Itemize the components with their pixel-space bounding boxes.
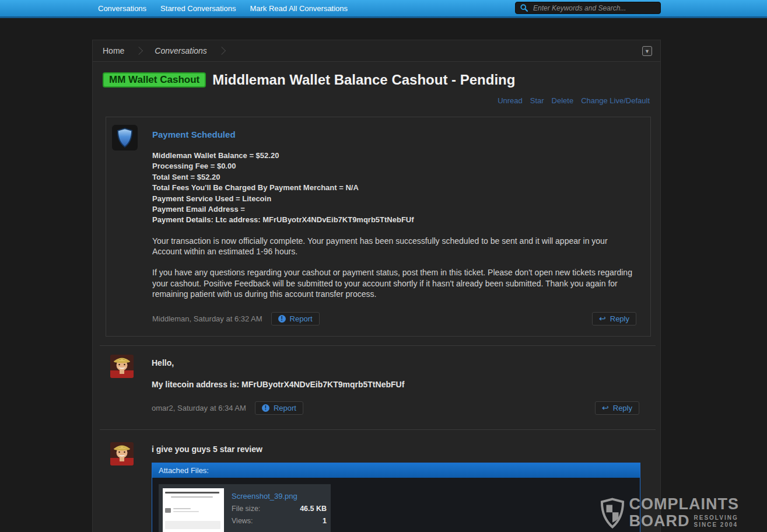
report-info-icon: ! <box>262 404 269 412</box>
reply-button[interactable]: ↩ Reply <box>592 312 636 326</box>
reply-label: Reply <box>613 404 632 412</box>
payment-line: Total Sent = $52.20 <box>152 172 638 183</box>
thread-title: Middleman Wallet Balance Cashout - Pendi… <box>212 72 515 88</box>
action-delete[interactable]: Delete <box>552 96 574 105</box>
reply-arrow-icon: ↩ <box>602 404 609 412</box>
thread-prefix-badge[interactable]: MM Wallet Cashout <box>103 72 206 88</box>
payment-line: Processing Fee = $0.00 <box>152 161 638 172</box>
action-unread[interactable]: Unread <box>498 96 523 105</box>
report-info-icon: ! <box>278 315 286 323</box>
main-container: Home Conversations ▼ MM Wallet Cashout M… <box>92 40 661 532</box>
payment-line: Total Fees You'll Be Charged By Payment … <box>152 183 638 193</box>
breadcrumb-conversations[interactable]: Conversations <box>155 46 207 55</box>
breadcrumb-home[interactable]: Home <box>103 46 124 55</box>
reply-label: Reply <box>610 314 629 323</box>
chevron-right-icon <box>135 47 143 55</box>
attachment-thumbnail[interactable] <box>163 488 224 532</box>
action-change-live-default[interactable]: Change Live/Default <box>581 96 650 105</box>
message-paragraph: If you have any questions regarding your… <box>152 267 638 300</box>
attachment-file-link[interactable]: Screenshot_39.png <box>232 492 327 501</box>
message-paragraph: Your transaction is now officially compl… <box>152 236 638 257</box>
message-meta: Middleman, Saturday at 6:32 AM <box>152 314 262 323</box>
thread-title-row: MM Wallet Cashout Middleman Wallet Balan… <box>103 72 660 88</box>
attachment-views-row: Views: 1 <box>232 517 327 525</box>
payment-line: Middleman Wallet Balance = $52.20 <box>152 150 638 161</box>
report-label: Report <box>274 404 296 412</box>
message-line: My litecoin address is: MFrUByotrX4NDvEi… <box>152 380 640 389</box>
reply-button[interactable]: ↩ Reply <box>595 401 639 415</box>
attachment-card: Screenshot_39.png File size: 46.5 KB Vie… <box>159 484 331 532</box>
message-middleman: Payment Scheduled Middleman Wallet Balan… <box>106 117 651 337</box>
views-value: 1 <box>323 517 327 525</box>
nav-item-starred-conversations[interactable]: Starred Conversations <box>160 4 236 13</box>
message-omar2: Hello, My litecoin address is: MFrUByotr… <box>93 346 660 421</box>
message-footer: Middleman, Saturday at 6:32 AM ! Report … <box>152 312 638 326</box>
report-button[interactable]: ! Report <box>271 312 320 326</box>
watermark-tagline-1: RESOLVING <box>694 514 738 521</box>
payment-line: Payment Details: Ltc address: MFrUByotrX… <box>152 215 638 225</box>
search-box[interactable] <box>515 2 661 14</box>
nav-item-mark-read-all[interactable]: Mark Read All Conversations <box>250 4 348 13</box>
filesize-value: 46.5 KB <box>300 505 327 513</box>
anime-avatar-icon <box>110 442 134 466</box>
attachment-filesize-row: File size: 46.5 KB <box>232 505 327 513</box>
attachment-details: Screenshot_39.png File size: 46.5 KB Vie… <box>232 488 327 532</box>
message-omar2-review: i give you guys 5 star review Attached F… <box>93 430 660 532</box>
search-input[interactable] <box>532 4 656 13</box>
message-body: Payment Scheduled Middleman Wallet Balan… <box>152 124 638 326</box>
payment-line: Payment Email Address = <box>152 204 638 215</box>
payment-status-heading: Payment Scheduled <box>152 130 638 139</box>
attached-files-panel: Attached Files: Screen <box>152 463 640 532</box>
message-footer: omar2, Saturday at 6:34 AM ! Report ↩ Re… <box>152 401 640 415</box>
message-line: i give you guys 5 star review <box>152 444 640 454</box>
action-star[interactable]: Star <box>530 96 544 105</box>
message-line: Hello, <box>152 358 640 368</box>
nav-links: Conversations Starred Conversations Mark… <box>98 4 348 13</box>
top-nav-bar: Conversations Starred Conversations Mark… <box>0 0 767 18</box>
thread-actions: Unread Star Delete Change Live/Default <box>93 96 650 105</box>
message-body: Hello, My litecoin address is: MFrUByotr… <box>152 355 640 421</box>
message-meta: omar2, Saturday at 6:34 AM <box>152 404 246 412</box>
filesize-label: File size: <box>232 505 260 513</box>
breadcrumb: Home Conversations ▼ <box>93 40 660 62</box>
message-body: i give you guys 5 star review Attached F… <box>152 442 640 532</box>
attached-files-body: Screenshot_39.png File size: 46.5 KB Vie… <box>152 478 640 532</box>
nav-item-conversations[interactable]: Conversations <box>98 4 146 13</box>
report-button[interactable]: ! Report <box>255 401 303 415</box>
watermark-tagline: RESOLVING SINCE 2004 <box>694 514 738 528</box>
search-icon[interactable] <box>520 4 528 12</box>
chevron-right-icon <box>218 47 226 55</box>
avatar-omar2[interactable] <box>110 442 134 466</box>
quick-navigation-icon[interactable]: ▼ <box>642 46 652 56</box>
watermark-tagline-2: SINCE 2004 <box>694 522 738 528</box>
attached-files-header: Attached Files: <box>152 463 640 478</box>
shield-icon <box>116 128 134 148</box>
avatar-omar2[interactable] <box>110 355 134 378</box>
avatar-middleman[interactable] <box>112 125 138 150</box>
reply-arrow-icon: ↩ <box>599 314 606 323</box>
payment-details: Middleman Wallet Balance = $52.20 Proces… <box>152 150 638 226</box>
payment-line: Payment Service Used = Litecoin <box>152 194 638 204</box>
anime-avatar-icon <box>110 355 134 378</box>
views-label: Views: <box>232 517 253 525</box>
report-label: Report <box>290 314 313 323</box>
